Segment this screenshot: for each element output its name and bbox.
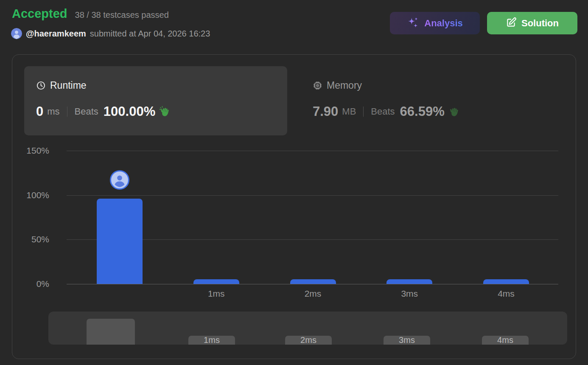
distribution-bar[interactable] <box>386 279 432 284</box>
mini-bar-label: 4ms <box>497 335 513 345</box>
grid-line <box>67 195 558 196</box>
username-link[interactable]: @haeramkeem <box>26 29 86 39</box>
grid-line <box>67 284 558 284</box>
submitted-at: submitted at Apr 04, 2026 16:23 <box>90 29 210 39</box>
submitter-row: @haeramkeem submitted at Apr 04, 2026 16… <box>11 28 210 39</box>
edit-pencil-icon <box>506 17 517 29</box>
distribution-bar[interactable] <box>193 279 239 284</box>
sparkles-icon <box>407 16 420 30</box>
mini-bar: 1ms <box>188 336 235 345</box>
user-avatar-marker <box>110 170 129 190</box>
analysis-button[interactable]: Analysis <box>390 12 480 34</box>
distribution-bar[interactable] <box>290 279 336 284</box>
mini-bar-label: 2ms <box>300 335 316 345</box>
solution-button[interactable]: Solution <box>487 12 577 34</box>
x-axis-label: 4ms <box>481 289 532 299</box>
result-header: Accepted 38 / 38 testcases passed <box>12 7 169 21</box>
status-accepted: Accepted <box>12 7 67 21</box>
distribution-bar[interactable] <box>483 279 529 284</box>
mini-bar-label: 3ms <box>399 335 415 345</box>
y-axis-label: 0% <box>17 279 49 289</box>
mini-bar: 4ms <box>482 336 529 345</box>
mini-bar: 2ms <box>285 336 332 345</box>
distribution-scrubber[interactable]: 1ms2ms3ms4ms <box>48 312 567 345</box>
x-axis-label: 3ms <box>384 289 435 299</box>
y-axis-label: 100% <box>17 190 49 200</box>
y-axis-label: 50% <box>17 234 49 244</box>
x-axis-label: 2ms <box>288 289 339 299</box>
y-axis-label: 150% <box>17 146 49 156</box>
grid-line <box>67 151 558 151</box>
user-avatar-icon <box>11 28 22 39</box>
x-axis-label: 1ms <box>191 289 242 299</box>
mini-bar: 3ms <box>384 336 430 345</box>
analysis-button-label: Analysis <box>424 18 463 29</box>
solution-button-label: Solution <box>521 18 559 29</box>
mini-bar-label: 1ms <box>204 335 220 345</box>
submission-detail-card: Runtime 0 ms Beats 100.00% <box>12 54 576 359</box>
mini-bar <box>87 319 135 345</box>
testcases-passed: 38 / 38 testcases passed <box>75 10 169 20</box>
distribution-bar[interactable] <box>97 199 143 284</box>
